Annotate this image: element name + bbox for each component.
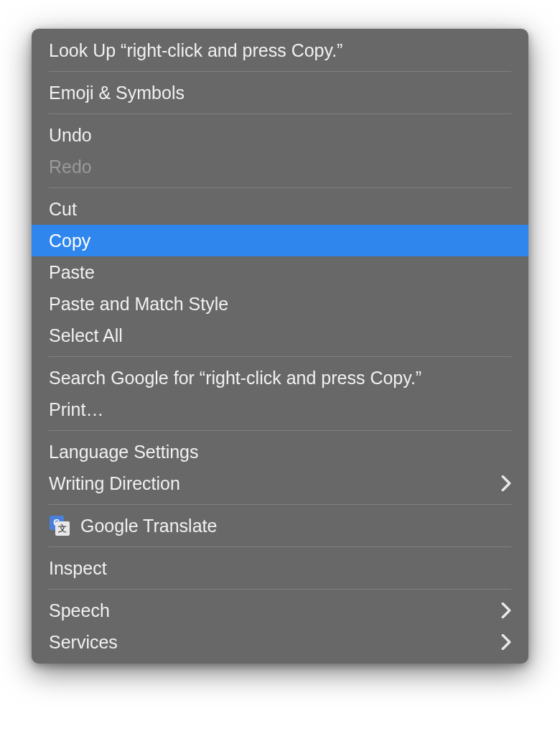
menu-item-label: Print… (49, 399, 511, 420)
menu-separator (49, 187, 511, 188)
menu-item-paste-match-style[interactable]: Paste and Match Style (32, 288, 528, 320)
menu-separator (49, 589, 511, 590)
menu-item-label: Select All (49, 325, 511, 346)
menu-item-search-google[interactable]: Search Google for “right-click and press… (32, 362, 528, 394)
menu-item-copy[interactable]: Copy (32, 225, 528, 256)
google-translate-icon: G 文 (49, 515, 70, 536)
menu-item-label: Speech (49, 600, 501, 621)
menu-item-label: Paste and Match Style (49, 294, 511, 315)
menu-item-label: Language Settings (49, 442, 511, 462)
menu-item-label: Writing Direction (49, 473, 501, 494)
menu-item-label: Paste (49, 262, 511, 283)
menu-item-select-all[interactable]: Select All (32, 320, 528, 351)
context-menu[interactable]: Look Up “right-click and press Copy.” Em… (32, 29, 528, 664)
menu-item-emoji-symbols[interactable]: Emoji & Symbols (32, 77, 528, 108)
menu-item-label: Services (49, 632, 501, 653)
menu-item-label: Google Translate (80, 516, 511, 536)
chevron-right-icon (501, 634, 511, 650)
menu-item-label: Emoji & Symbols (49, 83, 511, 103)
menu-separator (49, 430, 511, 431)
menu-item-label: Inspect (49, 558, 511, 579)
menu-separator (49, 356, 511, 357)
menu-separator (49, 113, 511, 114)
menu-item-label: Copy (49, 231, 511, 251)
menu-item-google-translate[interactable]: G 文 Google Translate (32, 510, 528, 541)
menu-item-label: Redo (49, 157, 511, 177)
menu-item-inspect[interactable]: Inspect (32, 552, 528, 584)
chevron-right-icon (501, 475, 511, 491)
menu-item-label: Search Google for “right-click and press… (49, 368, 511, 389)
menu-item-label: Undo (49, 125, 511, 146)
menu-separator (49, 504, 511, 505)
menu-item-language-settings[interactable]: Language Settings (32, 436, 528, 468)
menu-item-label: Cut (49, 199, 511, 220)
chevron-right-icon (501, 603, 511, 618)
menu-item-undo[interactable]: Undo (32, 119, 528, 151)
menu-item-paste[interactable]: Paste (32, 256, 528, 288)
menu-item-label: Look Up “right-click and press Copy.” (49, 40, 511, 61)
menu-item-print[interactable]: Print… (32, 394, 528, 425)
menu-separator (49, 71, 511, 72)
menu-item-services[interactable]: Services (32, 626, 528, 658)
menu-separator (49, 547, 511, 547)
menu-item-writing-direction[interactable]: Writing Direction (32, 468, 528, 499)
menu-item-cut[interactable]: Cut (32, 193, 528, 225)
menu-item-speech[interactable]: Speech (32, 595, 528, 626)
menu-item-look-up[interactable]: Look Up “right-click and press Copy.” (32, 34, 528, 66)
menu-item-redo: Redo (32, 151, 528, 182)
